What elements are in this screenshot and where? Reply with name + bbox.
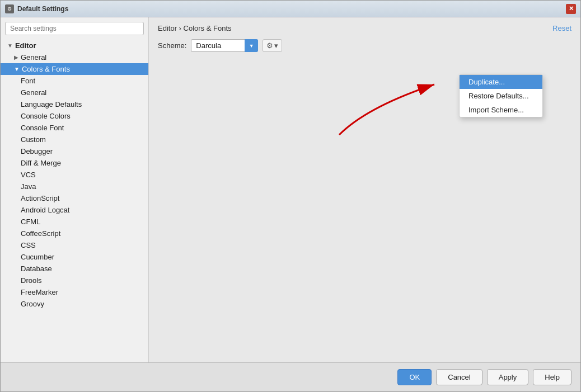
sidebar-item-console-font[interactable]: Console Font	[1, 122, 148, 134]
apply-button[interactable]: Apply	[487, 369, 529, 385]
dropdown-item-duplicate[interactable]: Duplicate...	[460, 75, 542, 89]
sidebar-item-android-logcat[interactable]: Android Logcat	[1, 204, 148, 216]
cancel-button[interactable]: Cancel	[436, 369, 482, 385]
sidebar-item-font[interactable]: Font	[1, 75, 148, 87]
reset-link[interactable]: Reset	[552, 24, 571, 32]
sidebar-item-label: Console Font	[21, 124, 64, 132]
scheme-select-wrapper: Darcula	[191, 39, 258, 52]
breadcrumb-separator: ›	[179, 24, 184, 32]
sidebar-item-colors-fonts[interactable]: ▼ Colors & Fonts	[1, 63, 148, 75]
main-panel: Editor › Colors & Fonts Reset Scheme: Da…	[149, 17, 580, 362]
sidebar-item-label: Custom	[21, 135, 46, 144]
sidebar-item-label: FreeMarker	[21, 288, 58, 296]
sidebar-item-label: Debugger	[21, 147, 53, 155]
sidebar-item-general[interactable]: ▶ General	[1, 51, 148, 63]
ok-button[interactable]: OK	[397, 369, 432, 385]
sidebar-item-cucumber[interactable]: Cucumber	[1, 251, 148, 263]
tree-area: ▼ Editor ▶ General ▼ Colors & Fonts Font	[1, 40, 148, 362]
sidebar-item-css[interactable]: CSS	[1, 239, 148, 251]
sidebar-item-coffeescript[interactable]: CoffeeScript	[1, 228, 148, 239]
gear-dropdown-arrow: ▾	[274, 41, 278, 50]
gear-icon: ⚙	[266, 41, 273, 50]
search-input[interactable]	[5, 22, 144, 35]
expand-arrow: ▼	[7, 42, 13, 49]
sidebar-item-label: Language Defaults	[21, 100, 82, 108]
breadcrumb-part2: Colors & Fonts	[184, 24, 232, 32]
scheme-label: Scheme:	[158, 41, 186, 50]
scheme-row: Scheme: Darcula ⚙ ▾	[158, 39, 571, 52]
window-icon: ⚙	[5, 4, 14, 13]
main-window: ⚙ Default Settings ✕ ▼ Editor ▶ General	[0, 0, 581, 392]
bottom-bar: OK Cancel Apply Help	[1, 362, 580, 391]
sidebar-item-label: Java	[21, 182, 36, 191]
sidebar-item-actionscript[interactable]: ActionScript	[1, 192, 148, 204]
dropdown-item-restore-defaults[interactable]: Restore Defaults...	[460, 89, 542, 103]
title-bar: ⚙ Default Settings ✕	[1, 1, 580, 17]
sidebar-item-label: Colors & Fonts	[22, 65, 70, 73]
sidebar-item-language-defaults[interactable]: Language Defaults	[1, 98, 148, 110]
window-title: Default Settings	[17, 5, 566, 13]
dropdown-item-import-scheme[interactable]: Import Scheme...	[460, 103, 542, 117]
sidebar-item-database[interactable]: Database	[1, 263, 148, 275]
sidebar-item-vcs[interactable]: VCS	[1, 169, 148, 181]
sidebar-item-groovy[interactable]: Groovy	[1, 298, 148, 310]
sidebar-item-console-colors[interactable]: Console Colors	[1, 110, 148, 122]
content-area: ▼ Editor ▶ General ▼ Colors & Fonts Font	[1, 17, 580, 362]
sidebar-item-label: ActionScript	[21, 194, 59, 202]
sidebar-item-java[interactable]: Java	[1, 181, 148, 192]
sidebar: ▼ Editor ▶ General ▼ Colors & Fonts Font	[1, 17, 149, 362]
sidebar-item-diff-merge[interactable]: Diff & Merge	[1, 157, 148, 169]
sidebar-item-label: General	[21, 53, 46, 62]
sidebar-item-label: Console Colors	[21, 112, 71, 120]
sidebar-item-label: Diff & Merge	[21, 159, 61, 167]
sidebar-item-label: Cucumber	[21, 253, 54, 261]
red-arrow-annotation	[322, 73, 462, 140]
sidebar-item-editor[interactable]: ▼ Editor	[1, 40, 148, 51]
expand-arrow: ▼	[14, 66, 20, 72]
gear-button[interactable]: ⚙ ▾	[263, 39, 282, 52]
sidebar-item-label: VCS	[21, 171, 36, 179]
help-button[interactable]: Help	[533, 369, 571, 385]
sidebar-item-label: General	[21, 88, 46, 97]
sidebar-item-label: Editor	[15, 41, 36, 50]
sidebar-item-label: Android Logcat	[21, 206, 69, 214]
sidebar-item-label: Groovy	[21, 300, 44, 308]
scheme-dropdown-menu: Duplicate... Restore Defaults... Import …	[459, 74, 543, 117]
expand-arrow: ▶	[14, 54, 18, 60]
breadcrumb-part1: Editor	[158, 24, 177, 32]
close-button[interactable]: ✕	[566, 4, 576, 14]
sidebar-item-label: CoffeeScript	[21, 229, 60, 238]
sidebar-item-freemarker[interactable]: FreeMarker	[1, 286, 148, 298]
sidebar-item-label: Drools	[21, 276, 42, 285]
sidebar-item-cfml[interactable]: CFML	[1, 216, 148, 228]
sidebar-item-general2[interactable]: General	[1, 87, 148, 98]
scheme-select[interactable]: Darcula	[191, 39, 258, 52]
sidebar-item-label: Font	[21, 77, 35, 85]
sidebar-item-drools[interactable]: Drools	[1, 275, 148, 286]
sidebar-item-custom[interactable]: Custom	[1, 134, 148, 145]
breadcrumb-row: Editor › Colors & Fonts Reset	[158, 24, 571, 32]
breadcrumb: Editor › Colors & Fonts	[158, 24, 232, 32]
sidebar-item-label: CSS	[21, 241, 36, 249]
sidebar-item-label: Database	[21, 265, 52, 273]
sidebar-item-label: CFML	[21, 218, 40, 226]
sidebar-item-debugger[interactable]: Debugger	[1, 145, 148, 157]
